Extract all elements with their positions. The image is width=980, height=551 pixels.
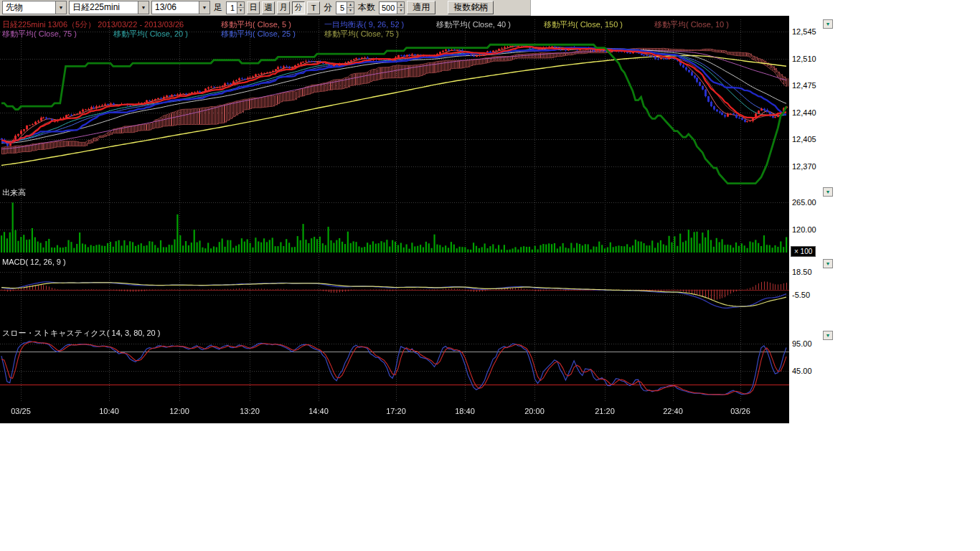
axis-tick-label: 265.00 [792,198,816,207]
axis-tick-label: 12,370 [792,162,816,171]
period-minute-button[interactable]: 分 [292,1,305,14]
time-tick-label: 13:20 [240,407,260,415]
legend-item: 移動平均( Close, 20 ) [113,29,188,39]
minute-value: 5 [336,2,347,14]
bars-label: 本数 [357,1,377,14]
time-tick-label: 17:20 [386,407,406,415]
macd-pane-scroll-button[interactable]: ▼ [823,259,833,268]
period-month-button[interactable]: 月 [277,1,290,14]
time-tick-label: 18:40 [455,407,475,415]
axis-tick-label: 12,405 [792,135,816,143]
ashi-label: 足 [212,1,224,14]
legend-item: 移動平均( Close, 10 ) [654,19,729,30]
volume-pane-scroll-button[interactable]: ▼ [823,187,833,197]
chevron-down-icon[interactable]: ▼ [199,1,209,14]
contract-month-select[interactable]: 13/06 ▼ [151,1,210,14]
legend-item: 移動平均( Close, 25 ) [221,29,296,39]
chevron-down-icon: ▼ [826,333,831,338]
chart-canvas[interactable] [0,16,789,423]
macd-pane-label: MACD( 12, 26, 9 ) [2,258,66,266]
time-tick-label: 20:00 [524,407,545,415]
period-day-button[interactable]: 日 [247,1,260,14]
time-tick-label: 14:40 [308,407,329,415]
contract-month-value: 13/06 [152,1,199,14]
chevron-down-icon: ▼ [826,189,831,194]
interval-value: 1 [227,2,237,14]
axis-tick-label: 12,475 [792,81,816,90]
time-tick-label: 10:40 [99,407,119,415]
axis-tick-label: 45.00 [792,367,812,375]
symbol-value: 日経225mini [70,1,138,14]
spin-up-icon[interactable]: ▲ [237,2,244,9]
legend-item: 移動平均( Close, 75 ) [324,29,399,39]
volume-pane-label: 出来高 [2,187,26,198]
time-tick-label: 03/26 [730,407,750,415]
legend-item: 移動平均( Close, 40 ) [436,19,511,30]
spin-up-icon[interactable]: ▲ [347,2,354,9]
stoch-pane-label: スロー・ストキャスティクス( 14, 3, 80, 20 ) [2,328,160,339]
apply-button[interactable]: 適用 [407,1,435,14]
spin-down-icon[interactable]: ▼ [397,8,404,14]
period-tick-button[interactable]: T [307,1,320,14]
time-tick-label: 22:40 [663,407,683,415]
axis-tick-label: 18.50 [792,268,812,276]
bars-stepper[interactable]: 500 ▲▼ [379,1,405,14]
minute-stepper[interactable]: 5 ▲▼ [336,1,354,14]
chevron-down-icon[interactable]: ▼ [138,1,149,14]
stoch-pane-scroll-button[interactable]: ▼ [823,331,833,340]
period-week-button[interactable]: 週 [262,1,275,14]
spinner-arrows[interactable]: ▲▼ [347,2,354,14]
spinner-arrows[interactable]: ▲▼ [397,2,404,14]
axis-tick-label: -5.50 [792,291,810,299]
chart-area: 日経225mini 13/06（5分） 2013/03/22 - 2013/03… [0,16,980,423]
chevron-down-icon[interactable]: ▼ [55,1,66,14]
spin-up-icon[interactable]: ▲ [397,2,404,9]
volume-unit-badge: × 100 [791,246,816,257]
axis-tick-label: 95.00 [792,339,812,348]
bars-value: 500 [380,2,397,14]
instrument-type-value: 先物 [3,1,55,14]
axis-tick-label: 12,440 [792,108,816,117]
multi-symbol-button[interactable]: 複数銘柄 [448,1,494,14]
axis-tick-label: 120.00 [792,225,816,234]
spin-down-icon[interactable]: ▼ [237,8,244,14]
symbol-select[interactable]: 日経225mini ▼ [69,1,149,14]
spinner-arrows[interactable]: ▲▼ [237,2,244,14]
main-pane-scroll-button[interactable]: ▼ [823,19,833,29]
time-tick-label: 12:00 [169,407,189,415]
time-tick-label: 03/25 [11,407,31,415]
legend-item: 移動平均( Close, 150 ) [544,19,623,30]
spin-down-icon[interactable]: ▼ [347,8,354,14]
toolbar: 先物 ▼ 日経225mini ▼ 13/06 ▼ 足 1 ▲▼ 日 週 月 分 … [0,0,531,16]
chevron-down-icon: ▼ [826,22,831,27]
legend-item: 移動平均( Close, 75 ) [2,29,77,39]
instrument-type-select[interactable]: 先物 ▼ [2,1,67,14]
minute-label: 分 [322,1,334,14]
time-tick-label: 21:20 [595,407,615,415]
axis-tick-label: 12,545 [792,27,816,36]
axis-tick-label: 12,510 [792,55,816,63]
chevron-down-icon: ▼ [826,261,831,266]
interval-stepper[interactable]: 1 ▲▼ [226,1,245,14]
